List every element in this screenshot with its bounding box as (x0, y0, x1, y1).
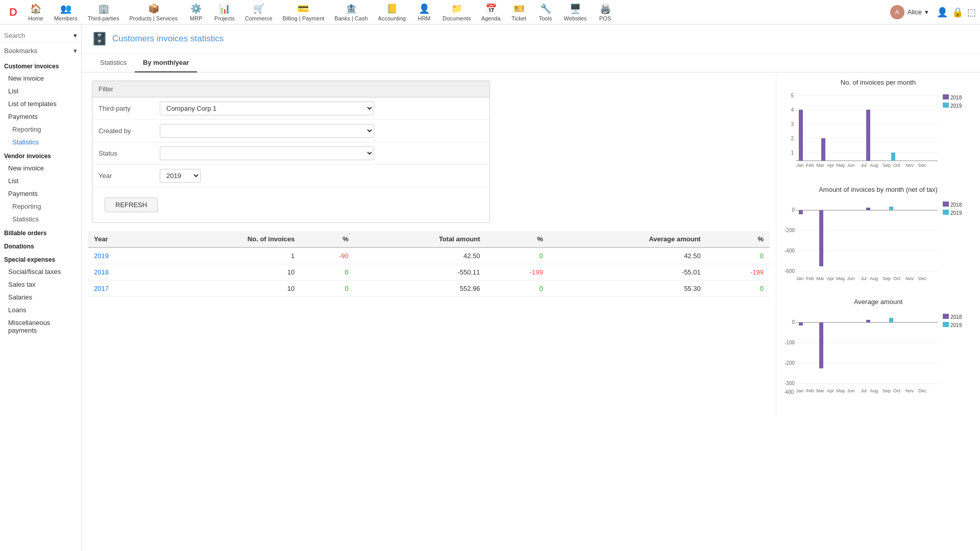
svg-text:2: 2 (791, 136, 794, 141)
table-row: 2018 10 0 -550.11 -199 -55.01 -199 (88, 264, 770, 281)
svg-text:Nov: Nov (905, 388, 914, 393)
nav-documents[interactable]: 📁 Documents (437, 1, 476, 23)
nav-third-parties[interactable]: 🏢 Third-parties (83, 1, 125, 23)
nav-ticket[interactable]: 🎫 Ticket (506, 1, 532, 23)
settings-icon[interactable]: 🔒 (952, 7, 963, 18)
svg-text:Apr: Apr (827, 276, 834, 281)
third-parties-icon: 🏢 (98, 3, 109, 14)
tools-icon: 🔧 (540, 3, 551, 14)
svg-text:Sep: Sep (883, 388, 891, 393)
section-donations: Donations (0, 239, 81, 252)
sidebar-item-vendor-new-invoice[interactable]: New invoice (0, 162, 81, 174)
page-title: Customers invoices statistics (112, 34, 224, 44)
nav-products-services[interactable]: 📦 Products | Services (124, 1, 183, 23)
pos-icon: 🖨️ (600, 3, 611, 14)
created-by-select[interactable] (160, 124, 374, 138)
notifications-icon[interactable]: 👤 (937, 7, 948, 18)
left-panel: Filter Third-party Company Corp 1 Create… (82, 72, 776, 416)
svg-rect-69 (799, 322, 803, 325)
sidebar-item-vendor-statistics[interactable]: Statistics (0, 213, 81, 226)
nav-tools[interactable]: 🔧 Tools (532, 1, 559, 23)
sidebar-item-customer-payments[interactable]: Payments (0, 110, 81, 123)
svg-text:Nov: Nov (905, 276, 914, 281)
sidebar-item-vendor-list[interactable]: List (0, 174, 81, 187)
pct2-2017: 0 (540, 285, 543, 292)
year-link-2017[interactable]: 2017 (94, 285, 109, 292)
sidebar-item-social-fiscal[interactable]: Social/fiscal taxes (0, 265, 81, 278)
pct2-2018: -199 (530, 268, 543, 276)
tab-by-month-year[interactable]: By month/year (135, 54, 197, 72)
svg-text:Aug: Aug (870, 388, 878, 393)
filter-label-third-party: Third-party (99, 105, 160, 112)
col-year: Year (88, 231, 154, 247)
filter-label-year: Year (99, 172, 160, 180)
nav-pos[interactable]: 🖨️ POS (592, 1, 619, 23)
year-link-2019[interactable]: 2019 (94, 252, 109, 260)
pct1-2018: 0 (345, 268, 349, 276)
sidebar-item-customer-list[interactable]: List (0, 85, 81, 97)
bookmarks[interactable]: Bookmarks ▾ (0, 45, 81, 59)
sidebar-item-misc-payments[interactable]: Miscellaneous payments (0, 316, 81, 337)
nav-projects[interactable]: 📊 Projects (209, 1, 240, 23)
nav-banks[interactable]: 🏦 Banks | Cash (329, 1, 373, 23)
refresh-button[interactable]: REFRESH (105, 197, 158, 212)
sidebar-item-loans[interactable]: Loans (0, 304, 81, 316)
nav-mrp[interactable]: ⚙️ MRP (183, 1, 209, 23)
chart3-svg: 0 -100 -200 -300 -400 (785, 310, 973, 396)
svg-text:Oct: Oct (893, 388, 901, 393)
sidebar-item-customer-new-invoice[interactable]: New invoice (0, 72, 81, 85)
sidebar-item-salaries[interactable]: Salaries (0, 291, 81, 304)
status-select[interactable] (160, 146, 374, 160)
tab-statistics[interactable]: Statistics (92, 54, 135, 72)
nav-websites[interactable]: 🖥️ Websites (559, 1, 592, 23)
svg-text:May: May (836, 163, 845, 168)
svg-text:0: 0 (792, 319, 795, 325)
nav-billing[interactable]: 💳 Billing | Payment (278, 1, 330, 23)
sidebar-item-customer-list-templates[interactable]: List of templates (0, 97, 81, 110)
filter-row-year: Year 2019 2018 2017 (92, 165, 489, 187)
statistics-table: Year No. of invoices % Total amount % Av… (88, 231, 770, 297)
svg-text:2019: 2019 (950, 322, 962, 328)
svg-text:-300: -300 (785, 381, 795, 386)
sidebar-item-customer-reporting[interactable]: Reporting (0, 123, 81, 136)
tabs-bar: Statistics By month/year (82, 54, 980, 72)
search-dropdown-icon[interactable]: ▾ (74, 32, 77, 39)
svg-text:Feb: Feb (806, 163, 814, 168)
chart1-title: No. of invoices per month (785, 79, 972, 86)
col-total-amount: Total amount (355, 231, 486, 247)
svg-rect-84 (943, 314, 949, 319)
bookmarks-dropdown-icon: ▾ (74, 47, 77, 55)
filter-label-status: Status (99, 149, 160, 157)
nav-hrm[interactable]: 👤 HRM (411, 1, 437, 23)
nav-accounting[interactable]: 📒 Accounting (373, 1, 411, 23)
avatar: A (890, 5, 904, 19)
svg-text:May: May (836, 276, 845, 281)
logout-icon[interactable]: ⬚ (967, 7, 976, 18)
sidebar-item-sales-tax[interactable]: Sales tax (0, 278, 81, 291)
sidebar-item-vendor-payments[interactable]: Payments (0, 187, 81, 200)
year-select[interactable]: 2019 2018 2017 (160, 169, 201, 183)
nav-commerce[interactable]: 🛒 Commerce (240, 1, 278, 23)
sidebar-item-vendor-reporting[interactable]: Reporting (0, 200, 81, 213)
pct3-2018: -199 (750, 268, 764, 276)
user-menu[interactable]: A Alice ▾ (886, 3, 933, 21)
filter-header: Filter (92, 81, 489, 97)
year-link-2018[interactable]: 2018 (94, 268, 109, 276)
col-avg-amount: Average amount (549, 231, 707, 247)
chart3-title: Average amount (785, 298, 972, 306)
section-customer-invoices: Customer invoices (0, 59, 81, 72)
sidebar-item-customer-statistics[interactable]: Statistics (0, 136, 81, 148)
nav-members[interactable]: 👥 Members (49, 1, 83, 23)
third-party-select[interactable]: Company Corp 1 (160, 102, 374, 115)
svg-text:-100: -100 (785, 340, 795, 345)
col-pct3: % (707, 231, 770, 247)
svg-text:Jul: Jul (861, 276, 867, 281)
nav-home[interactable]: 🏠 Home (22, 1, 49, 23)
svg-text:Apr: Apr (827, 163, 834, 168)
total-2019: 42.50 (355, 247, 486, 264)
svg-text:2018: 2018 (950, 202, 962, 208)
filter-box: Filter Third-party Company Corp 1 Create… (92, 81, 490, 223)
search-input[interactable] (4, 32, 74, 39)
app-logo[interactable]: D (4, 6, 22, 19)
nav-agenda[interactable]: 📅 Agenda (476, 1, 506, 23)
